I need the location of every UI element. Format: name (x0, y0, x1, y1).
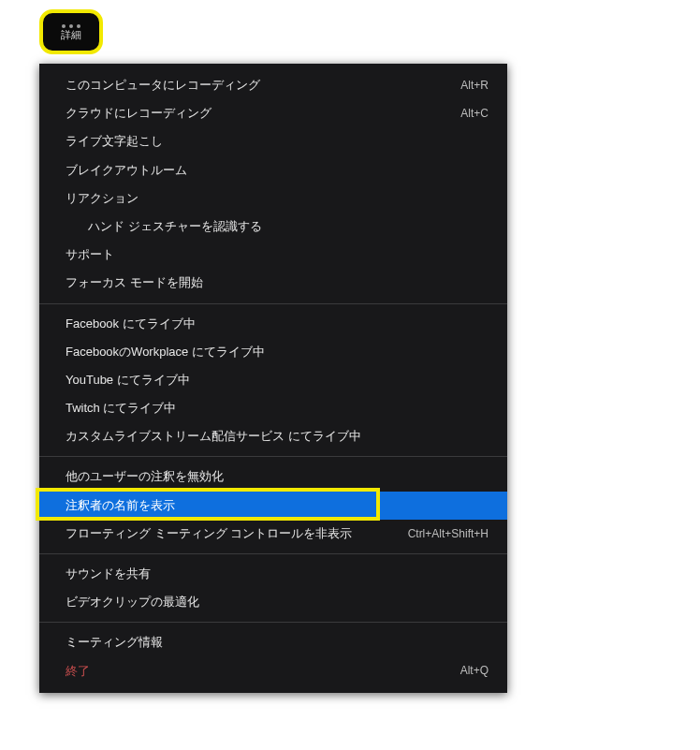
menu-item-label: YouTube にてライブ中 (66, 372, 190, 389)
menu-item[interactable]: サポート (39, 241, 507, 269)
menu-separator (39, 456, 507, 457)
menu-item[interactable]: フローティング ミーティング コントロールを非表示Ctrl+Alt+Shift+… (39, 520, 507, 548)
menu-item-label: サウンドを共有 (66, 566, 151, 582)
menu-item-label: サポート (66, 246, 114, 263)
menu-item[interactable]: ブレイクアウトルーム (39, 156, 507, 184)
menu-item-label: フォーカス モードを開始 (66, 274, 203, 291)
menu-item[interactable]: ビデオクリップの最適化 (39, 588, 507, 616)
menu-item-label: 終了 (66, 663, 90, 680)
menu-item-label: Twitch にてライブ中 (66, 400, 176, 417)
more-button-label: 詳細 (61, 30, 81, 40)
more-menu: このコンピュータにレコーディングAlt+RクラウドにレコーディングAlt+Cライ… (39, 64, 507, 693)
menu-item-label: ミーティング情報 (66, 634, 163, 651)
ellipsis-icon (62, 24, 80, 28)
menu-item[interactable]: クラウドにレコーディングAlt+C (39, 99, 507, 127)
menu-item-label: クラウドにレコーディング (66, 105, 211, 122)
menu-item[interactable]: ミーティング情報 (39, 628, 507, 656)
menu-item[interactable]: リアクション (39, 184, 507, 213)
menu-item-label: ビデオクリップの最適化 (66, 594, 199, 610)
menu-item-label: ライブ文字起こし (66, 133, 163, 150)
menu-item-label: 注釈者の名前を表示 (66, 497, 175, 514)
menu-item[interactable]: Facebook にてライブ中 (39, 310, 507, 338)
menu-item-label: ハンド ジェスチャーを認識する (88, 218, 262, 235)
menu-item[interactable]: サウンドを共有 (39, 560, 507, 588)
menu-item-label: FacebookのWorkplace にてライブ中 (66, 344, 265, 360)
menu-item[interactable]: Twitch にてライブ中 (39, 394, 507, 422)
menu-separator (39, 553, 507, 554)
menu-item-label: 他のユーザーの注釈を無効化 (66, 468, 224, 485)
menu-item-shortcut: Ctrl+Alt+Shift+H (408, 526, 489, 542)
menu-item-label: フローティング ミーティング コントロールを非表示 (66, 525, 352, 542)
menu-item[interactable]: FacebookのWorkplace にてライブ中 (39, 338, 507, 366)
menu-item-label: カスタムライブストリーム配信サービス にてライブ中 (66, 428, 361, 445)
menu-item-label: このコンピュータにレコーディング (66, 77, 260, 94)
menu-separator (39, 622, 507, 623)
menu-item-label: リアクション (66, 190, 139, 207)
menu-item[interactable]: 終了Alt+Q (39, 657, 507, 685)
menu-item[interactable]: 注釈者の名前を表示 (39, 492, 507, 520)
menu-item[interactable]: 他のユーザーの注釈を無効化 (39, 463, 507, 491)
menu-item-shortcut: Alt+Q (460, 663, 489, 679)
menu-item-label: ブレイクアウトルーム (66, 162, 187, 179)
menu-item[interactable]: カスタムライブストリーム配信サービス にてライブ中 (39, 422, 507, 450)
menu-item[interactable]: ハンド ジェスチャーを認識する (39, 213, 507, 241)
menu-item[interactable]: ライブ文字起こし (39, 127, 507, 155)
menu-item[interactable]: フォーカス モードを開始 (39, 269, 507, 297)
more-button[interactable]: 詳細 (39, 9, 103, 54)
menu-item-shortcut: Alt+C (460, 106, 489, 122)
menu-item[interactable]: YouTube にてライブ中 (39, 366, 507, 394)
menu-item-label: Facebook にてライブ中 (66, 316, 196, 332)
menu-item-shortcut: Alt+R (460, 78, 489, 94)
menu-separator (39, 303, 507, 304)
menu-item[interactable]: このコンピュータにレコーディングAlt+R (39, 71, 507, 99)
